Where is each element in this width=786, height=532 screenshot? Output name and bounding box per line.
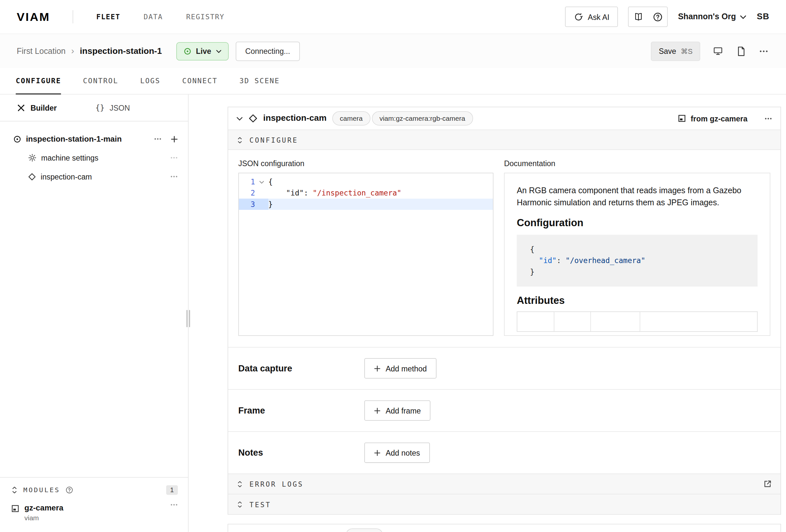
status-bar-actions: Save ⌘S — [651, 42, 769, 61]
primary-nav: FLEET DATA REGISTRY — [96, 13, 225, 21]
tree-item-inspection-cam[interactable]: inspection-cam — [0, 167, 188, 186]
builder-tools-icon — [17, 103, 25, 112]
inspection-cam-more-menu[interactable] — [170, 175, 178, 178]
add-component-button[interactable] — [171, 135, 178, 143]
breadcrumb-separator: › — [71, 46, 74, 56]
machine-more-menu[interactable] — [758, 49, 769, 54]
line-number: 3 — [239, 199, 255, 210]
tab-connect[interactable]: CONNECT — [182, 68, 217, 95]
docs-book-icon[interactable] — [629, 7, 648, 26]
attributes-heading: Attributes — [517, 295, 758, 306]
nav-item-data[interactable]: DATA — [144, 13, 163, 21]
module-list-item[interactable]: gz-camera viam — [11, 504, 178, 522]
tree-item-main-part[interactable]: inspection-station-1-main — [0, 130, 188, 148]
card-collapse-chevron-icon[interactable] — [236, 116, 243, 121]
chevron-down-icon — [216, 49, 221, 53]
connecting-button[interactable]: Connecting... — [236, 42, 300, 61]
builder-label: Builder — [30, 103, 56, 112]
documentation-code-block: { "id": "/overhead_camera" } — [517, 235, 758, 286]
documentation-panel[interactable]: An RGB camera component that reads image… — [504, 173, 770, 336]
tab-control[interactable]: CONTROL — [83, 68, 118, 95]
ai-sparkle-refresh-icon — [574, 12, 583, 22]
json-mode-toggle[interactable]: {} JSON — [95, 103, 130, 112]
user-avatar[interactable]: SB — [757, 12, 769, 22]
machine-tabs: CONFIGURE CONTROL LOGS CONNECT 3D SCENE — [0, 68, 786, 95]
modules-header[interactable]: MODULES 1 — [11, 485, 178, 495]
save-button[interactable]: Save ⌘S — [651, 42, 700, 61]
add-frame-button[interactable]: Add frame — [364, 400, 431, 421]
doc-code-open: { — [530, 244, 744, 255]
machine-logs-document-button[interactable] — [736, 45, 746, 57]
module-more-menu[interactable] — [170, 504, 178, 506]
configure-section-bar[interactable]: CONFIGURE — [228, 130, 781, 150]
error-logs-external-link-icon[interactable] — [763, 480, 772, 488]
tree-item-machine-settings[interactable]: machine settings — [0, 148, 188, 167]
add-method-button[interactable]: Add method — [364, 358, 436, 378]
json-config-editor[interactable]: 1 { 2 — [238, 173, 493, 336]
save-shortcut: ⌘S — [680, 47, 692, 55]
ask-ai-button[interactable]: Ask AI — [565, 6, 618, 27]
doc-code-body: "id": "/overhead_camera" — [530, 255, 744, 266]
component-more-menu[interactable] — [764, 117, 772, 120]
org-switcher[interactable]: Shannon's Org — [678, 12, 746, 21]
error-logs-section-bar[interactable]: ERROR LOGS — [228, 473, 781, 494]
code-string-value: "/inspection_camera" — [313, 189, 401, 197]
sidebar-resize-handle[interactable] — [185, 310, 191, 327]
builder-json-toggle: Builder {} JSON — [0, 95, 188, 122]
machine-name: inspection-station-1 — [79, 46, 162, 56]
add-method-label: Add method — [386, 364, 427, 372]
json-label: JSON — [110, 103, 130, 112]
part-more-menu[interactable] — [154, 138, 162, 140]
module-card-header: gz-camera by viam module Registry — [228, 525, 781, 532]
module-icon — [11, 505, 19, 513]
editor-line-3-active: 3 } — [239, 199, 493, 210]
json-braces-icon: {} — [95, 103, 105, 112]
main-part-name: inspection-station-1-main — [26, 135, 122, 144]
breadcrumb-location[interactable]: First Location — [17, 46, 66, 55]
component-diamond-icon — [248, 114, 257, 123]
machine-monitor-button[interactable] — [712, 45, 724, 57]
chevron-down-icon — [740, 14, 746, 19]
builder-mode-toggle[interactable]: Builder — [17, 103, 56, 112]
doc-code-value: "/overhead_camera" — [565, 257, 645, 265]
viam-logo[interactable]: VIAM — [17, 10, 50, 23]
config-sidebar: Builder {} JSON inspection-station-1-mai… — [0, 95, 189, 532]
module-card-gz-camera: gz-camera by viam module Registry — [228, 524, 781, 532]
help-question-icon[interactable] — [648, 7, 667, 26]
component-name: inspection-cam — [263, 113, 326, 123]
module-name: gz-camera — [24, 504, 63, 513]
documentation-column: Documentation An RGB camera component th… — [504, 159, 770, 336]
test-section-bar[interactable]: TEST — [228, 494, 781, 514]
fold-chevron-icon[interactable] — [255, 176, 268, 187]
json-config-label: JSON configuration — [238, 159, 493, 167]
config-main: inspection-cam camera viam:gz-camera:rgb… — [189, 95, 786, 532]
add-frame-label: Add frame — [386, 406, 421, 415]
machine-settings-more-menu[interactable] — [170, 156, 178, 159]
collapse-unfold-icon — [237, 501, 243, 508]
tab-configure[interactable]: CONFIGURE — [16, 68, 61, 95]
json-config-column: JSON configuration 1 { — [238, 159, 493, 336]
machine-part-icon — [13, 135, 21, 143]
tab-3d-scene[interactable]: 3D SCENE — [239, 68, 280, 95]
save-label: Save — [659, 47, 676, 55]
tab-logs[interactable]: LOGS — [140, 68, 160, 95]
ask-ai-label: Ask AI — [588, 13, 609, 21]
nav-item-fleet[interactable]: FLEET — [96, 13, 120, 21]
from-module-label[interactable]: from gz-camera — [691, 114, 747, 122]
collapse-unfold-icon — [237, 136, 243, 144]
inspection-cam-label: inspection-cam — [41, 172, 92, 181]
modules-help-icon[interactable] — [66, 486, 73, 494]
add-notes-button[interactable]: Add notes — [364, 443, 430, 463]
live-label: Live — [196, 47, 211, 55]
nav-item-registry[interactable]: REGISTRY — [186, 13, 224, 21]
top-nav-right: Ask AI Shannon's Or — [565, 6, 769, 27]
component-pills: camera viam:gz-camera:rgb-camera — [332, 111, 473, 126]
live-status-dropdown[interactable]: Live — [176, 42, 228, 60]
machine-status-bar: First Location › inspection-station-1 Li… — [0, 33, 786, 68]
attributes-table-cell — [517, 311, 555, 331]
live-target-icon — [183, 47, 191, 55]
module-icon — [678, 114, 686, 122]
gear-icon — [28, 154, 37, 162]
configuration-heading: Configuration — [517, 217, 758, 229]
documentation-intro: An RGB camera component that reads image… — [517, 184, 758, 209]
